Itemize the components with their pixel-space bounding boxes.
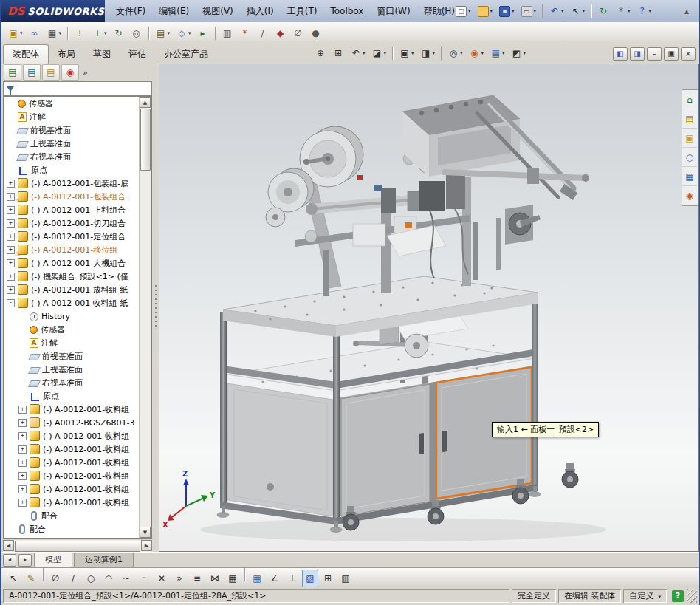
panel-chevron[interactable]: » <box>83 68 88 78</box>
scroll-right-arrow[interactable]: ▶ <box>141 540 152 551</box>
hide-show-items-dropdown[interactable]: ▾ <box>460 50 463 56</box>
panel-horizontal-scrollbar[interactable]: ◀ ▶ <box>3 540 152 552</box>
tree-item[interactable]: 右视基准面 <box>4 150 140 163</box>
tab-sketch[interactable]: 草图 <box>84 45 120 64</box>
tree-item[interactable]: 原点 <box>4 163 140 177</box>
tree-item[interactable]: +(-) A-0012-001-收料组 <box>4 456 140 469</box>
tree-item[interactable]: 前视基准面 <box>4 123 140 137</box>
move-component-dropdown[interactable]: ▾ <box>104 30 107 36</box>
sketch-relations-button[interactable]: ⊥ <box>284 570 301 587</box>
tree-filter-input[interactable] <box>17 83 150 95</box>
tree-item[interactable]: 注解 <box>4 110 140 123</box>
scroll-tabs-left-button[interactable]: ◂ <box>3 554 16 567</box>
insert-components-dropdown[interactable]: ▾ <box>20 30 23 36</box>
tree-item[interactable]: 上视基准面 <box>4 137 140 150</box>
angle-snap-button[interactable]: ∠ <box>267 570 283 587</box>
tree-item[interactable]: +(-) A-0012-001-收料组 <box>4 482 140 496</box>
viewport-3d-scene[interactable]: Z Y X <box>159 64 699 552</box>
view-palette-button[interactable]: ▦ <box>682 167 697 186</box>
restore-window-button[interactable]: ▣ <box>664 47 679 61</box>
assembly-features-button[interactable]: ▤▾ <box>153 24 173 42</box>
expand-toggle[interactable]: + <box>7 259 15 267</box>
tree-item[interactable]: +⚠(-) A-0012-001-移位组 <box>4 243 140 256</box>
view-settings-dropdown[interactable]: ▾ <box>524 50 526 56</box>
linear-component-pattern-dropdown[interactable]: ▾ <box>59 30 62 36</box>
select-button[interactable]: ↖▾ <box>568 2 588 20</box>
expand-toggle[interactable]: + <box>7 180 15 188</box>
shaded-sketch-contours-button[interactable]: ▧ <box>302 570 318 587</box>
options-dropdown[interactable]: ▾ <box>628 8 631 14</box>
grid-snaps-button[interactable]: ▦ <box>249 570 265 587</box>
tree-item[interactable]: -(-) A-0012-001 收料組 紙 <box>4 296 140 310</box>
menu-view[interactable]: 视图(V) <box>196 2 240 21</box>
save-button[interactable]: ▪▾ <box>496 2 517 20</box>
scroll-thumb[interactable] <box>140 109 151 171</box>
view-orientation-dropdown[interactable]: ▾ <box>411 50 414 56</box>
tree-item[interactable]: +⚠(-) A-0012-001-包装组合 <box>4 190 140 203</box>
open-dropdown[interactable]: ▾ <box>490 8 493 14</box>
display-style-dropdown[interactable]: ▾ <box>433 50 436 56</box>
help-button[interactable]: ?▾ <box>634 2 654 20</box>
panel-splitter[interactable] <box>154 64 159 552</box>
scroll-up-arrow[interactable]: ▲ <box>140 97 151 108</box>
zoom-to-fit-button[interactable]: ⊕ <box>312 45 329 61</box>
appearances-manager-button[interactable]: ◉ <box>61 64 79 81</box>
open-button[interactable]: ▾ <box>475 2 495 20</box>
smart-fasteners-button[interactable]: ! <box>72 24 88 42</box>
tab-assembly[interactable]: 装配体 <box>3 44 49 64</box>
tree-item[interactable]: History <box>4 310 140 323</box>
menu-window[interactable]: 窗口(W) <box>370 2 416 21</box>
quick-tips-icon[interactable]: ? <box>672 590 684 602</box>
linear-sketch-pattern-button[interactable]: ▦ <box>224 570 241 587</box>
select-button[interactable]: ↖ <box>5 570 21 587</box>
sketch-table-button[interactable]: ▥ <box>337 570 354 587</box>
graphics-viewport[interactable]: Z Y X 输入1 ← 面板一_預設<2> ⌂▤▣○▦◉ <box>159 64 699 552</box>
cabinet-door-left[interactable] <box>341 384 430 516</box>
minimize-window-button[interactable]: – <box>647 47 662 61</box>
tree-item[interactable]: +(-) A-0012-001-收料组 <box>4 403 140 416</box>
tree-item[interactable]: 传感器 <box>4 323 140 336</box>
tree-item[interactable]: +(-) A-0012-001-收料组 <box>4 442 140 456</box>
close-window-button[interactable]: × <box>681 47 696 61</box>
tree-item[interactable]: +(-) A0012-BGSZ6801-3 <box>4 416 140 429</box>
expand-toggle[interactable]: + <box>7 286 15 294</box>
expand-toggle[interactable]: + <box>7 246 15 254</box>
expand-toggle[interactable]: + <box>7 206 15 214</box>
new-motion-study-button[interactable]: ▸ <box>195 24 211 42</box>
expand-toggle[interactable]: + <box>7 219 15 228</box>
scroll-down-arrow[interactable]: ▼ <box>140 527 151 538</box>
undo-button[interactable]: ↶▾ <box>546 2 566 20</box>
expand-toggle[interactable]: + <box>18 432 27 440</box>
collapse-toggle[interactable]: - <box>7 299 15 307</box>
tree-item[interactable]: 原点 <box>4 389 140 403</box>
configurationmanager-button[interactable]: ▤ <box>42 64 60 81</box>
tab-office-products[interactable]: 办公室产品 <box>155 45 217 64</box>
hide-show-items-button[interactable]: ◎▾ <box>445 45 465 61</box>
tree-item[interactable]: +(-) A-0012-001-定位组合 <box>4 230 140 243</box>
tree-vertical-scrollbar[interactable]: ▲ ▼ <box>139 97 151 538</box>
save-dropdown[interactable]: ▾ <box>512 8 515 14</box>
rotate-component-button[interactable]: ↻ <box>111 24 127 42</box>
tree-item[interactable]: +(-) A-0012-001-收料组 <box>4 429 140 442</box>
propertymanager-button[interactable]: ▤ <box>23 64 41 81</box>
show-hidden-components-button[interactable]: ◎ <box>128 24 145 42</box>
insert-components-button[interactable]: ▣▾ <box>5 24 25 42</box>
tree-item[interactable]: +(-) A-0012-001 放料組 紙 <box>4 283 140 296</box>
scroll-tabs-right-button[interactable]: ▸ <box>18 554 32 567</box>
edit-appearance-button[interactable]: ◉▾ <box>467 45 487 61</box>
design-library-button[interactable]: ▤ <box>682 109 697 129</box>
tab-model[interactable]: 模型 <box>34 553 72 568</box>
interference-detection-button[interactable]: ◆ <box>272 24 289 42</box>
convert-entities-button[interactable]: » <box>171 570 188 587</box>
pane-left-button[interactable]: ◧ <box>613 47 628 61</box>
trim-entities-button[interactable]: ✕ <box>154 570 170 587</box>
sketch-button[interactable]: ✎ <box>23 570 39 587</box>
tree-item[interactable]: +(-) A-0012-001-切刀组合 <box>4 216 140 230</box>
featuremanager-tree-button[interactable]: ▤ <box>4 64 21 81</box>
file-explorer-button[interactable]: ▣ <box>682 129 697 148</box>
print-dropdown[interactable]: ▾ <box>534 8 537 14</box>
tree-item[interactable]: 上视基准面 <box>4 363 140 376</box>
menu-file[interactable]: 文件(F) <box>109 2 152 21</box>
tree-item[interactable]: 注解 <box>4 336 140 349</box>
expand-toggle[interactable]: + <box>18 485 27 493</box>
